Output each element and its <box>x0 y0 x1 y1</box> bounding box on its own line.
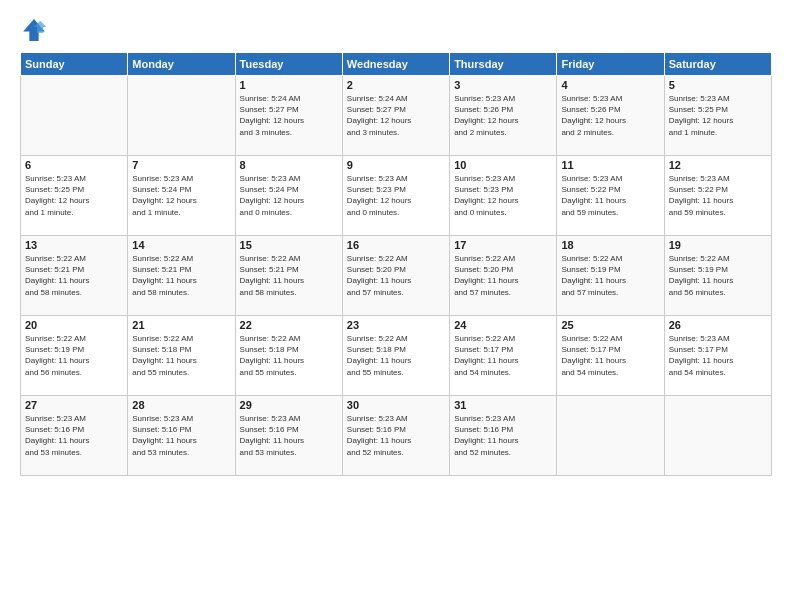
col-sunday: Sunday <box>21 53 128 76</box>
calendar-week-row: 13Sunrise: 5:22 AMSunset: 5:21 PMDayligh… <box>21 236 772 316</box>
calendar-cell <box>128 76 235 156</box>
day-info: Sunrise: 5:23 AMSunset: 5:24 PMDaylight:… <box>132 173 230 218</box>
calendar-cell: 22Sunrise: 5:22 AMSunset: 5:18 PMDayligh… <box>235 316 342 396</box>
day-info: Sunrise: 5:22 AMSunset: 5:18 PMDaylight:… <box>132 333 230 378</box>
day-info: Sunrise: 5:23 AMSunset: 5:16 PMDaylight:… <box>25 413 123 458</box>
day-info: Sunrise: 5:22 AMSunset: 5:21 PMDaylight:… <box>25 253 123 298</box>
calendar-cell: 7Sunrise: 5:23 AMSunset: 5:24 PMDaylight… <box>128 156 235 236</box>
day-number: 22 <box>240 319 338 331</box>
day-info: Sunrise: 5:23 AMSunset: 5:26 PMDaylight:… <box>561 93 659 138</box>
calendar-week-row: 1Sunrise: 5:24 AMSunset: 5:27 PMDaylight… <box>21 76 772 156</box>
page: Sunday Monday Tuesday Wednesday Thursday… <box>0 0 792 612</box>
day-info: Sunrise: 5:23 AMSunset: 5:16 PMDaylight:… <box>454 413 552 458</box>
calendar-cell: 2Sunrise: 5:24 AMSunset: 5:27 PMDaylight… <box>342 76 449 156</box>
calendar-cell: 15Sunrise: 5:22 AMSunset: 5:21 PMDayligh… <box>235 236 342 316</box>
calendar-cell: 17Sunrise: 5:22 AMSunset: 5:20 PMDayligh… <box>450 236 557 316</box>
day-number: 21 <box>132 319 230 331</box>
day-number: 9 <box>347 159 445 171</box>
calendar-cell <box>557 396 664 476</box>
calendar-cell: 16Sunrise: 5:22 AMSunset: 5:20 PMDayligh… <box>342 236 449 316</box>
calendar-table: Sunday Monday Tuesday Wednesday Thursday… <box>20 52 772 476</box>
calendar-cell: 12Sunrise: 5:23 AMSunset: 5:22 PMDayligh… <box>664 156 771 236</box>
day-info: Sunrise: 5:22 AMSunset: 5:20 PMDaylight:… <box>454 253 552 298</box>
calendar-cell: 1Sunrise: 5:24 AMSunset: 5:27 PMDaylight… <box>235 76 342 156</box>
calendar-cell: 6Sunrise: 5:23 AMSunset: 5:25 PMDaylight… <box>21 156 128 236</box>
calendar-cell <box>21 76 128 156</box>
calendar-week-row: 27Sunrise: 5:23 AMSunset: 5:16 PMDayligh… <box>21 396 772 476</box>
calendar-cell: 3Sunrise: 5:23 AMSunset: 5:26 PMDaylight… <box>450 76 557 156</box>
calendar-cell <box>664 396 771 476</box>
day-info: Sunrise: 5:24 AMSunset: 5:27 PMDaylight:… <box>240 93 338 138</box>
calendar-cell: 26Sunrise: 5:23 AMSunset: 5:17 PMDayligh… <box>664 316 771 396</box>
day-number: 3 <box>454 79 552 91</box>
day-info: Sunrise: 5:23 AMSunset: 5:25 PMDaylight:… <box>669 93 767 138</box>
calendar-cell: 25Sunrise: 5:22 AMSunset: 5:17 PMDayligh… <box>557 316 664 396</box>
calendar-week-row: 6Sunrise: 5:23 AMSunset: 5:25 PMDaylight… <box>21 156 772 236</box>
calendar-cell: 23Sunrise: 5:22 AMSunset: 5:18 PMDayligh… <box>342 316 449 396</box>
calendar-body: 1Sunrise: 5:24 AMSunset: 5:27 PMDaylight… <box>21 76 772 476</box>
day-info: Sunrise: 5:23 AMSunset: 5:23 PMDaylight:… <box>454 173 552 218</box>
day-info: Sunrise: 5:22 AMSunset: 5:18 PMDaylight:… <box>240 333 338 378</box>
day-info: Sunrise: 5:24 AMSunset: 5:27 PMDaylight:… <box>347 93 445 138</box>
day-info: Sunrise: 5:23 AMSunset: 5:22 PMDaylight:… <box>669 173 767 218</box>
day-info: Sunrise: 5:23 AMSunset: 5:23 PMDaylight:… <box>347 173 445 218</box>
calendar-cell: 20Sunrise: 5:22 AMSunset: 5:19 PMDayligh… <box>21 316 128 396</box>
calendar-cell: 4Sunrise: 5:23 AMSunset: 5:26 PMDaylight… <box>557 76 664 156</box>
calendar-cell: 11Sunrise: 5:23 AMSunset: 5:22 PMDayligh… <box>557 156 664 236</box>
col-thursday: Thursday <box>450 53 557 76</box>
day-info: Sunrise: 5:22 AMSunset: 5:19 PMDaylight:… <box>25 333 123 378</box>
header <box>20 16 772 44</box>
logo-icon <box>20 16 48 44</box>
day-number: 13 <box>25 239 123 251</box>
day-number: 29 <box>240 399 338 411</box>
day-info: Sunrise: 5:22 AMSunset: 5:21 PMDaylight:… <box>240 253 338 298</box>
day-info: Sunrise: 5:23 AMSunset: 5:26 PMDaylight:… <box>454 93 552 138</box>
day-info: Sunrise: 5:23 AMSunset: 5:16 PMDaylight:… <box>132 413 230 458</box>
day-number: 28 <box>132 399 230 411</box>
col-friday: Friday <box>557 53 664 76</box>
day-info: Sunrise: 5:22 AMSunset: 5:18 PMDaylight:… <box>347 333 445 378</box>
calendar-cell: 8Sunrise: 5:23 AMSunset: 5:24 PMDaylight… <box>235 156 342 236</box>
calendar-cell: 30Sunrise: 5:23 AMSunset: 5:16 PMDayligh… <box>342 396 449 476</box>
calendar-cell: 29Sunrise: 5:23 AMSunset: 5:16 PMDayligh… <box>235 396 342 476</box>
calendar-cell: 27Sunrise: 5:23 AMSunset: 5:16 PMDayligh… <box>21 396 128 476</box>
day-info: Sunrise: 5:22 AMSunset: 5:19 PMDaylight:… <box>561 253 659 298</box>
day-number: 4 <box>561 79 659 91</box>
day-number: 10 <box>454 159 552 171</box>
day-info: Sunrise: 5:22 AMSunset: 5:17 PMDaylight:… <box>454 333 552 378</box>
calendar-week-row: 20Sunrise: 5:22 AMSunset: 5:19 PMDayligh… <box>21 316 772 396</box>
calendar-cell: 19Sunrise: 5:22 AMSunset: 5:19 PMDayligh… <box>664 236 771 316</box>
calendar-cell: 31Sunrise: 5:23 AMSunset: 5:16 PMDayligh… <box>450 396 557 476</box>
day-number: 2 <box>347 79 445 91</box>
day-number: 30 <box>347 399 445 411</box>
calendar-cell: 13Sunrise: 5:22 AMSunset: 5:21 PMDayligh… <box>21 236 128 316</box>
col-saturday: Saturday <box>664 53 771 76</box>
day-number: 7 <box>132 159 230 171</box>
day-info: Sunrise: 5:22 AMSunset: 5:20 PMDaylight:… <box>347 253 445 298</box>
day-info: Sunrise: 5:23 AMSunset: 5:16 PMDaylight:… <box>347 413 445 458</box>
calendar-header: Sunday Monday Tuesday Wednesday Thursday… <box>21 53 772 76</box>
day-info: Sunrise: 5:22 AMSunset: 5:19 PMDaylight:… <box>669 253 767 298</box>
day-number: 26 <box>669 319 767 331</box>
day-number: 27 <box>25 399 123 411</box>
day-info: Sunrise: 5:23 AMSunset: 5:17 PMDaylight:… <box>669 333 767 378</box>
calendar-cell: 10Sunrise: 5:23 AMSunset: 5:23 PMDayligh… <box>450 156 557 236</box>
day-number: 17 <box>454 239 552 251</box>
weekday-row: Sunday Monday Tuesday Wednesday Thursday… <box>21 53 772 76</box>
day-number: 1 <box>240 79 338 91</box>
col-wednesday: Wednesday <box>342 53 449 76</box>
day-info: Sunrise: 5:23 AMSunset: 5:16 PMDaylight:… <box>240 413 338 458</box>
day-number: 24 <box>454 319 552 331</box>
day-info: Sunrise: 5:23 AMSunset: 5:24 PMDaylight:… <box>240 173 338 218</box>
day-number: 6 <box>25 159 123 171</box>
day-number: 5 <box>669 79 767 91</box>
calendar-cell: 5Sunrise: 5:23 AMSunset: 5:25 PMDaylight… <box>664 76 771 156</box>
calendar-cell: 28Sunrise: 5:23 AMSunset: 5:16 PMDayligh… <box>128 396 235 476</box>
col-tuesday: Tuesday <box>235 53 342 76</box>
day-number: 18 <box>561 239 659 251</box>
day-number: 12 <box>669 159 767 171</box>
day-number: 15 <box>240 239 338 251</box>
day-number: 8 <box>240 159 338 171</box>
col-monday: Monday <box>128 53 235 76</box>
day-info: Sunrise: 5:23 AMSunset: 5:25 PMDaylight:… <box>25 173 123 218</box>
